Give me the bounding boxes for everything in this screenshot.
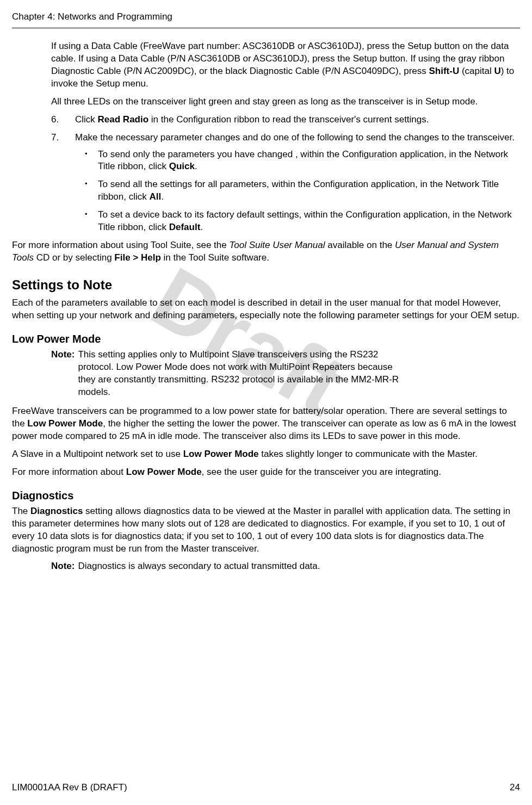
text: For more information about bbox=[12, 467, 126, 477]
list-number: 6. bbox=[51, 114, 59, 126]
text: The bbox=[12, 506, 30, 516]
bullet-item: To send only the parameters you have cha… bbox=[85, 148, 520, 174]
list-number: 7. bbox=[51, 132, 59, 144]
note-text: Diagnostics is always secondary to actua… bbox=[78, 560, 520, 573]
settings-heading: Settings to Note bbox=[12, 276, 520, 294]
note-label: Note: bbox=[51, 349, 75, 399]
bold-text: Diagnostics bbox=[30, 506, 83, 516]
text: Make the necessary parameter changes and… bbox=[75, 132, 515, 143]
text: To send only the parameters you have cha… bbox=[98, 149, 508, 172]
note-block: Note: Diagnostics is always secondary to… bbox=[51, 560, 520, 573]
text: takes slightly longer to communicate wit… bbox=[259, 449, 478, 459]
text: . bbox=[200, 222, 203, 232]
text: . bbox=[195, 161, 197, 171]
footer-page-number: 24 bbox=[510, 782, 520, 794]
bullet-item: To set a device back to its factory defa… bbox=[85, 209, 520, 234]
text: available on the bbox=[325, 240, 395, 250]
intro-paragraph-1: If using a Data Cable (FreeWave part num… bbox=[51, 40, 520, 90]
note-text: This setting applies only to Multipoint … bbox=[78, 349, 404, 399]
text: For more information about using Tool Su… bbox=[12, 240, 229, 250]
bold-text: Low Power Mode bbox=[27, 418, 103, 429]
text: A Slave in a Multipoint network set to u… bbox=[12, 449, 183, 459]
settings-intro: Each of the parameters available to set … bbox=[12, 297, 520, 322]
list-item-7: 7. Make the necessary parameter changes … bbox=[51, 132, 520, 234]
bullet-list: To send only the parameters you have cha… bbox=[75, 148, 520, 234]
bold-text: File > Help bbox=[114, 252, 161, 263]
list-item-6: 6. Click Read Radio in the Configuration… bbox=[51, 114, 520, 126]
text: . bbox=[161, 191, 164, 202]
bold-text: U bbox=[494, 66, 500, 76]
lpm-paragraph-2: A Slave in a Multipoint network set to u… bbox=[12, 448, 520, 461]
bold-text: Default bbox=[169, 222, 201, 232]
chapter-header: Chapter 4: Networks and Programming bbox=[12, 11, 520, 23]
bold-text: Low Power Mode bbox=[183, 449, 259, 459]
text: To set a device back to its factory defa… bbox=[98, 209, 512, 232]
bold-text: Read Radio bbox=[98, 114, 149, 125]
low-power-mode-heading: Low Power Mode bbox=[12, 332, 520, 346]
bold-text: Shift-U bbox=[429, 66, 459, 76]
intro-paragraph-2: All three LEDs on the transceiver light … bbox=[51, 96, 520, 108]
more-info-paragraph: For more information about using Tool Su… bbox=[12, 239, 520, 264]
header-rule bbox=[12, 28, 520, 28]
text: CD or by selecting bbox=[34, 252, 114, 263]
page-footer: LIM0001AA Rev B (DRAFT) 24 bbox=[12, 782, 520, 794]
lpm-paragraph-1: FreeWave transceivers can be programmed … bbox=[12, 405, 520, 443]
text: in the Tool Suite software. bbox=[161, 252, 269, 263]
bullet-item: To send all the settings for all paramet… bbox=[85, 178, 520, 203]
lpm-paragraph-3: For more information about Low Power Mod… bbox=[12, 466, 520, 479]
note-block: Note: This setting applies only to Multi… bbox=[51, 349, 520, 399]
diagnostics-heading: Diagnostics bbox=[12, 488, 520, 503]
note-label: Note: bbox=[51, 560, 75, 573]
text: Click bbox=[75, 114, 98, 125]
numbered-list: 6. Click Read Radio in the Configuration… bbox=[12, 114, 520, 234]
text: in the Configuration ribbon to read the … bbox=[149, 114, 429, 125]
text: setting allows diagnostics data to be vi… bbox=[12, 506, 510, 554]
text: (capital bbox=[459, 66, 494, 76]
footer-left: LIM0001AA Rev B (DRAFT) bbox=[12, 782, 127, 794]
bold-text: Quick bbox=[169, 161, 195, 171]
bold-text: Low Power Mode bbox=[126, 467, 202, 477]
diagnostics-paragraph: The Diagnostics setting allows diagnosti… bbox=[12, 505, 520, 555]
italic-text: Tool Suite User Manual bbox=[229, 240, 325, 250]
bold-text: All bbox=[149, 191, 161, 202]
text: , see the user guide for the transceiver… bbox=[202, 467, 441, 477]
